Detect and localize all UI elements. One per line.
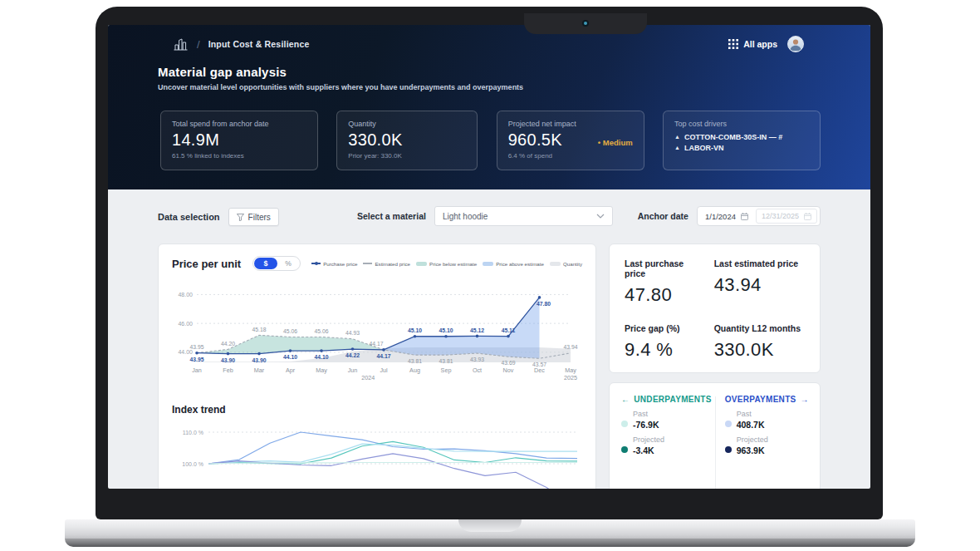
breadcrumb-app-name[interactable]: Input Cost & Resilience (208, 39, 310, 49)
payment-value: 408.7K (737, 420, 809, 430)
legend-item-purchase-price[interactable]: Purchase price (311, 261, 357, 267)
underpayments-title[interactable]: ← UNDERPAYMENTS (621, 395, 712, 404)
svg-text:43.90: 43.90 (252, 357, 266, 363)
user-avatar[interactable] (787, 36, 804, 52)
svg-text:43.81: 43.81 (408, 358, 422, 364)
calendar-icon (741, 213, 748, 220)
page-header: Material gap analysis Uncover material l… (158, 65, 523, 91)
chart-legend: Purchase price Estimated price Price bel… (311, 261, 582, 267)
svg-text:2024: 2024 (361, 374, 375, 381)
kpi-card-quantity: Quantity 330.0K Prior year: 330.0K (336, 111, 478, 170)
overpayments-title[interactable]: OVERPAYMENTS → (725, 395, 809, 404)
svg-text:45.10: 45.10 (408, 327, 422, 333)
svg-text:43.95: 43.95 (189, 357, 203, 362)
anchor-date-group: Anchor date 1/1/2024 12/31/2025 (638, 206, 821, 226)
kpi-card-net-impact: Projected net impact 960.5K • Medium 6.4… (497, 111, 644, 170)
projected-dot (725, 446, 732, 453)
page-title: Material gap analysis (158, 65, 523, 79)
apps-grid-icon (728, 39, 738, 49)
laptop-base-notch (458, 519, 522, 532)
legend-item-price-above-estimate[interactable]: Price above estimate (483, 261, 544, 267)
anchor-date-inputs: 1/1/2024 12/31/2025 (697, 206, 821, 226)
top-nav: / Input Cost & Resilience All apps (108, 25, 870, 63)
driver-item[interactable]: ▲ LABOR-VN (674, 143, 809, 154)
legend-item-price-below-estimate[interactable]: Price below estimate (416, 261, 477, 267)
svg-text:43.94: 43.94 (563, 344, 577, 350)
anchor-date-end-value: 12/31/2025 (762, 212, 799, 220)
nav-right: All apps (728, 36, 804, 52)
svg-text:Aug: Aug (409, 367, 420, 374)
breadcrumb-separator: / (197, 38, 200, 51)
legend-label: Price above estimate (496, 261, 544, 267)
svg-text:43.90: 43.90 (221, 357, 235, 363)
up-triangle-icon: ▲ (674, 132, 680, 143)
payment-label: Past (737, 410, 809, 418)
payments-panel: ← UNDERPAYMENTS Past -76.9K Projected -3… (609, 382, 821, 489)
all-apps-button[interactable]: All apps (728, 39, 777, 49)
legend-label: Price below estimate (429, 261, 477, 267)
laptop-base (65, 519, 915, 539)
svg-text:44.17: 44.17 (376, 353, 390, 359)
payment-label: Projected (633, 435, 712, 444)
legend-label: Estimated price (375, 261, 410, 267)
svg-text:45.18: 45.18 (252, 327, 266, 332)
svg-text:43.93: 43.93 (470, 357, 484, 362)
app-logo-icon[interactable] (173, 37, 189, 52)
svg-text:45.10: 45.10 (439, 327, 453, 333)
anchor-date-start-value: 1/1/2024 (705, 212, 736, 221)
price-per-unit-chart: 44.0046.0048.0043.9544.2045.1845.0645.06… (172, 276, 584, 387)
svg-text:45.06: 45.06 (314, 328, 328, 334)
unit-toggle: $ % (252, 256, 301, 271)
anchor-date-start-input[interactable]: 1/1/2024 (700, 212, 753, 221)
svg-text:May: May (565, 367, 576, 374)
kpi-note: Prior year: 330.0K (348, 152, 466, 160)
svg-text:Jan: Jan (192, 367, 202, 374)
legend-label: Quantity (563, 261, 582, 267)
svg-text:Apr: Apr (286, 367, 296, 374)
above-estimate-swatch (483, 262, 493, 266)
filters-button[interactable]: Filters (228, 208, 279, 226)
material-select[interactable]: Light hoodie (434, 206, 613, 226)
stat-label: Quantity L12 months (714, 323, 805, 333)
anchor-date-end-input[interactable]: 12/31/2025 (756, 209, 817, 224)
legend-item-estimated-price[interactable]: Estimated price (363, 261, 410, 267)
page-subtitle: Uncover material level opportunities wit… (158, 83, 523, 91)
stat-label: Price gap (%) (625, 323, 706, 333)
kpi-label: Top cost drivers (674, 120, 809, 128)
stat-value: 47.80 (625, 284, 706, 306)
chevron-down-icon (596, 214, 605, 219)
svg-text:Oct: Oct (473, 367, 482, 374)
svg-text:110.0 %: 110.0 % (183, 430, 203, 435)
svg-text:44.10: 44.10 (283, 354, 297, 360)
past-dot (621, 421, 628, 427)
svg-text:47.80: 47.80 (537, 301, 551, 307)
dollar-toggle[interactable]: $ (254, 258, 277, 269)
overpayments-projected: Projected 963.9K (725, 435, 809, 455)
material-select-label: Select a material (357, 211, 426, 221)
laptop-frame: / Input Cost & Resilience All apps (96, 7, 883, 519)
kpi-card-total-spend: Total spend from anchor date 14.9M 61.5 … (160, 111, 318, 170)
kpi-row: Total spend from anchor date 14.9M 61.5 … (160, 111, 821, 170)
up-triangle-icon: ▲ (674, 143, 680, 154)
driver-item[interactable]: ▲ COTTON-COMB-30S-IN — # (674, 132, 809, 143)
purchase-price-swatch (311, 263, 321, 264)
percent-toggle[interactable]: % (277, 259, 299, 268)
price-panel-header: Price per unit $ % Purchase price Estima… (172, 256, 582, 271)
kpi-label: Quantity (348, 120, 466, 128)
stat-value: 9.4 % (625, 339, 706, 361)
all-apps-label: All apps (743, 39, 777, 49)
legend-item-quantity[interactable]: Quantity (550, 261, 582, 267)
svg-text:44.17: 44.17 (369, 341, 383, 347)
svg-text:43.81: 43.81 (439, 358, 453, 364)
filter-funnel-icon (237, 214, 244, 221)
svg-text:46.00: 46.00 (178, 321, 193, 327)
svg-text:44.22: 44.22 (345, 352, 360, 358)
risk-badge: • Medium (598, 138, 633, 147)
camera-icon (582, 20, 589, 27)
underpayments-projected: Projected -3.4K (621, 435, 712, 455)
below-estimate-swatch (416, 262, 427, 266)
svg-text:45.06: 45.06 (283, 328, 297, 334)
index-trend-title: Index trend (172, 404, 582, 416)
price-panel-title: Price per unit (172, 258, 241, 270)
svg-text:45.12: 45.12 (470, 327, 484, 333)
